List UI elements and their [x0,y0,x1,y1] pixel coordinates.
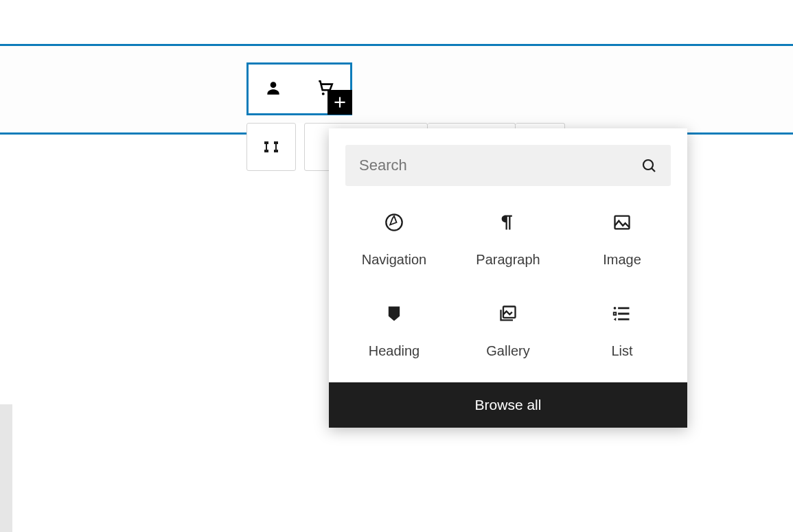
block-item-paragraph[interactable]: Paragraph [451,212,565,268]
list-icon [612,303,632,324]
heading-icon [384,303,404,324]
block-item-gallery[interactable]: Gallery [451,303,565,359]
paragraph-icon [498,212,518,233]
block-item-heading[interactable]: Heading [337,303,451,359]
block-item-label: Navigation [362,252,427,268]
svg-point-3 [643,160,653,170]
browse-all-button[interactable]: Browse all [329,382,687,428]
navigation-icon [384,212,404,233]
search-input[interactable] [359,157,641,174]
svg-point-0 [271,82,277,88]
block-item-list[interactable]: List [565,303,679,359]
gallery-icon [498,303,518,324]
search-icon[interactable] [641,157,657,174]
svg-point-1 [322,92,325,95]
block-inserter-popover: Navigation Paragraph Image Heading Galle [329,128,687,428]
block-item-label: Paragraph [476,252,540,268]
header-band [0,44,793,135]
search-box [345,145,671,186]
user-icon[interactable] [264,79,282,100]
block-item-image[interactable]: Image [565,212,679,268]
svg-point-7 [614,307,617,310]
block-item-label: List [611,343,632,359]
add-block-button[interactable] [327,90,352,115]
toolbar-block-type-button[interactable] [246,123,296,171]
block-grid: Navigation Paragraph Image Heading Galle [329,193,687,382]
block-item-label: Image [603,252,641,268]
block-item-label: Gallery [486,343,529,359]
side-panel-edge [0,404,12,532]
image-icon [612,212,632,233]
block-item-navigation[interactable]: Navigation [337,212,451,268]
block-item-label: Heading [369,343,420,359]
